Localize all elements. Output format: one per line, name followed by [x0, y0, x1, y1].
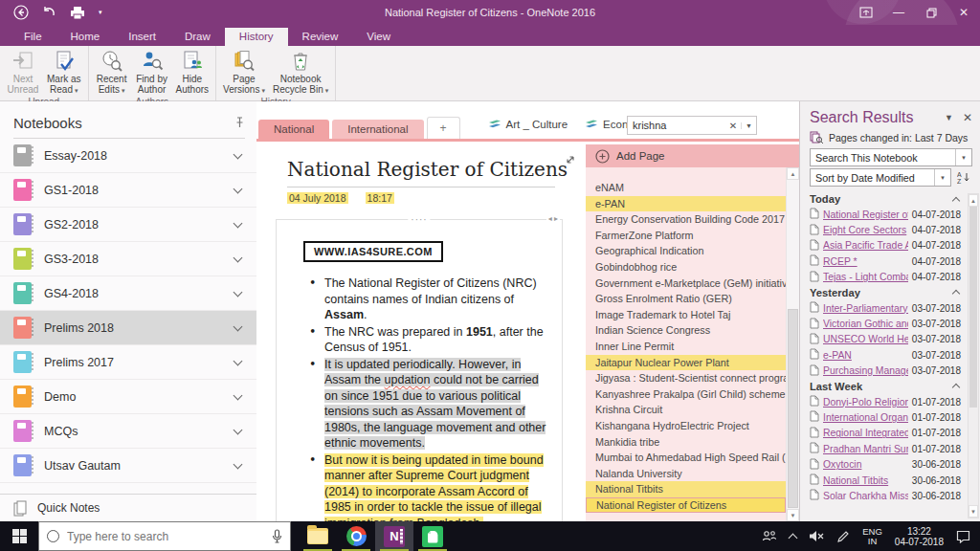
- collapse-group-icon[interactable]: [952, 196, 960, 204]
- search-result-row[interactable]: RCEP *04-07-2018: [810, 253, 961, 269]
- page-title[interactable]: National Register of Citizens: [287, 158, 586, 181]
- close-button[interactable]: ✕: [947, 0, 980, 25]
- result-link[interactable]: Purchasing Manager...: [823, 365, 908, 376]
- result-link[interactable]: National Register of ...: [823, 209, 908, 220]
- page-list-item[interactable]: Geographical Indication: [586, 243, 786, 259]
- page-list-item[interactable]: Kanyashree Prakalpa (Girl Child) scheme: [586, 386, 786, 403]
- bullet-item[interactable]: The NRC was prepared in 1951, after the …: [307, 324, 552, 356]
- result-link[interactable]: Inter-Parliamentary U...: [823, 303, 908, 314]
- quick-notes-button[interactable]: Quick Notes: [0, 494, 256, 521]
- note-container[interactable]: ···· ◂ ▸ WWW.IAS4SURE.COM The National R…: [276, 219, 563, 521]
- collapse-group-icon[interactable]: [952, 384, 960, 391]
- bullet-item[interactable]: It is updated periodically. However, in …: [307, 357, 552, 452]
- page-list-item[interactable]: Mankidia tribe: [586, 434, 786, 451]
- ribbon-tab-home[interactable]: Home: [56, 28, 115, 46]
- sidebar-item-utsav-gautam[interactable]: Utsav Gautam: [0, 449, 256, 483]
- sort-order-icon[interactable]: AZ: [955, 169, 972, 187]
- sidebar-item-gs4-2018[interactable]: GS4-2018: [0, 276, 256, 311]
- page-list-item[interactable]: Gross Enrolment Ratio (GER): [586, 291, 786, 307]
- collapse-group-icon[interactable]: [952, 290, 960, 298]
- page-list-item[interactable]: Jigyasa : Student-Scientist connect prog…: [586, 370, 786, 386]
- clock[interactable]: 13:2204-07-2018: [895, 526, 944, 547]
- result-link[interactable]: Regional Integrated ...: [823, 428, 908, 438]
- result-link[interactable]: National Titbits: [823, 475, 908, 486]
- microphone-icon[interactable]: [272, 529, 282, 543]
- page-list-item[interactable]: Jaitapur Nuclear Power Plant: [586, 355, 786, 371]
- new-section-tab[interactable]: +: [427, 117, 460, 139]
- search-scope-caret-icon[interactable]: ▼: [741, 122, 756, 129]
- language-indicator[interactable]: ENGIN: [862, 527, 882, 546]
- chevron-down-icon[interactable]: [234, 184, 243, 193]
- search-result-row[interactable]: Donyi-Polo Religion01-07-2018: [810, 394, 961, 409]
- chevron-down-icon[interactable]: [234, 149, 243, 159]
- people-icon[interactable]: [762, 530, 777, 542]
- volume-muted-icon[interactable]: [809, 530, 824, 542]
- start-button[interactable]: [0, 521, 38, 551]
- restore-button[interactable]: [915, 0, 947, 25]
- result-link[interactable]: Pradhan Mantri Sura...: [823, 444, 908, 454]
- search-result-row[interactable]: Regional Integrated ...01-07-2018: [810, 426, 961, 441]
- chevron-down-icon[interactable]: [234, 218, 243, 228]
- clear-search-icon[interactable]: ✕: [725, 121, 741, 131]
- taskbar-search-input[interactable]: [67, 530, 264, 543]
- page-list-item[interactable]: Kishangana HydroElectric Project: [586, 418, 786, 434]
- result-link[interactable]: RCEP *: [823, 256, 908, 267]
- results-scrollbar[interactable]: ▲ ▼: [968, 193, 979, 518]
- search-result-row[interactable]: Asia Pacific Trade Ag...04-07-2018: [810, 238, 961, 253]
- search-result-row[interactable]: e-PAN03-07-2018: [810, 347, 961, 363]
- sidebar-item-prelims-2017[interactable]: Prelims 2017: [0, 345, 256, 380]
- search-result-row[interactable]: UNSECO World Herit...03-07-2018: [810, 332, 961, 347]
- sidebar-item-gs2-2018[interactable]: GS2-2018: [0, 208, 256, 242]
- hide-authors-button[interactable]: HideAuthors: [172, 48, 212, 95]
- sort-dropdown[interactable]: Sort by Date Modified ▼: [810, 168, 951, 187]
- scroll-down-icon[interactable]: ▼: [787, 509, 799, 521]
- scroll-down-icon[interactable]: ▼: [969, 505, 978, 518]
- bullet-item[interactable]: The National Register of Citizens (NRC) …: [307, 276, 552, 323]
- page-list-item[interactable]: Nalanda University: [586, 466, 786, 482]
- sidebar-item-mcqs[interactable]: MCQs: [0, 414, 256, 449]
- sidebar-item-gs3-2018[interactable]: GS3-2018: [0, 242, 256, 276]
- result-link[interactable]: Donyi-Polo Religion: [823, 397, 908, 408]
- ribbon-tab-history[interactable]: History: [225, 28, 288, 46]
- chevron-down-icon[interactable]: [234, 425, 243, 434]
- page-list-item[interactable]: Mumbai to Ahmedabad High Speed Rail (MA: [586, 450, 786, 466]
- undo-icon[interactable]: [42, 6, 56, 19]
- result-link[interactable]: Tejas - Light Combat...: [823, 272, 908, 282]
- search-result-row[interactable]: Tejas - Light Combat...04-07-2018: [810, 270, 961, 285]
- expand-page-icon[interactable]: [565, 152, 576, 169]
- search-result-row[interactable]: National Titbits30-06-2018: [810, 473, 961, 488]
- sidebar-item-demo[interactable]: Demo: [0, 380, 256, 414]
- scroll-up-icon[interactable]: ▲: [969, 194, 978, 207]
- page-list-item[interactable]: National Register of Citizens: [586, 497, 786, 514]
- page-editor[interactable]: National Register of Citizens 04 July 20…: [256, 144, 586, 521]
- scroll-up-icon[interactable]: ▲: [787, 167, 799, 180]
- ribbon-tab-insert[interactable]: Insert: [114, 28, 170, 46]
- recent-edits-button[interactable]: RecentEdits▾: [92, 48, 132, 96]
- ribbon-tab-review[interactable]: Review: [288, 28, 353, 46]
- sidebar-item-prelims-2018[interactable]: Prelims 2018: [0, 311, 256, 345]
- scroll-thumb[interactable]: [788, 309, 798, 508]
- note-container-resize-icon[interactable]: ◂ ▸: [546, 214, 560, 223]
- page-list-item[interactable]: National Titbits: [586, 481, 786, 497]
- result-link[interactable]: Victorian Gothic and ...: [823, 319, 908, 329]
- chevron-down-icon[interactable]: [234, 287, 243, 297]
- pages-scrollbar[interactable]: ▲ ▼: [786, 167, 799, 521]
- taskbar-onenote-icon[interactable]: N: [375, 521, 413, 551]
- taskbar-file-explorer-icon[interactable]: [299, 521, 337, 551]
- close-pane-icon[interactable]: ✕: [959, 111, 972, 124]
- search-result-row[interactable]: National Register of ...04-07-2018: [810, 207, 961, 222]
- show-hidden-icons-icon[interactable]: [789, 533, 798, 542]
- page-list-item[interactable]: Inner Line Permit: [586, 339, 786, 355]
- customize-qat-icon[interactable]: ▾: [99, 9, 102, 16]
- add-page-button[interactable]: Add Page: [586, 144, 799, 167]
- chevron-down-icon[interactable]: [234, 253, 243, 262]
- page-list-item[interactable]: Government e-Marketplace (GeM) initiativ…: [586, 276, 786, 292]
- print-icon[interactable]: [70, 6, 85, 20]
- page-list-item[interactable]: FarmerZone Platform: [586, 228, 786, 244]
- chevron-down-icon[interactable]: [234, 356, 243, 365]
- page-list-item[interactable]: Image Trademark to Hotel Taj: [586, 307, 786, 323]
- search-result-row[interactable]: Oxytocin30-06-2018: [810, 456, 961, 472]
- quick-link-art-culture[interactable]: Art _ Culture: [488, 119, 568, 131]
- page-list-item[interactable]: Energy Conservation Building Code 2017: [586, 211, 786, 228]
- ribbon-tab-view[interactable]: View: [352, 28, 405, 46]
